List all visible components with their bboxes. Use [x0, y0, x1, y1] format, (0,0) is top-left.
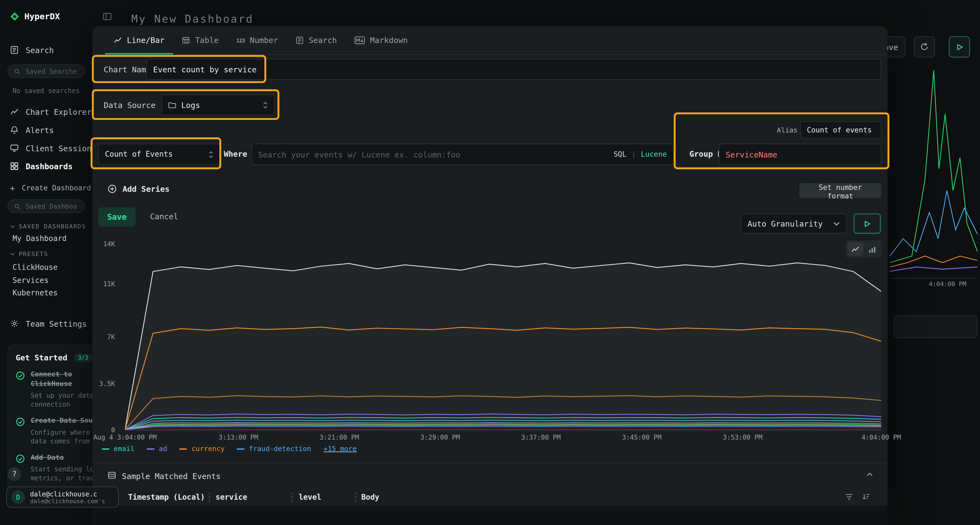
column-header-level[interactable]: level — [299, 493, 321, 501]
tab-label: Table — [195, 36, 219, 45]
column-header-timestamp[interactable]: Timestamp (Local) — [128, 493, 205, 501]
tab-table[interactable]: Table — [173, 26, 227, 54]
saved-dashboards-input[interactable] — [8, 199, 85, 213]
section-divider — [92, 463, 888, 463]
check-circle-icon — [16, 370, 25, 408]
column-header-service[interactable]: service — [216, 493, 247, 501]
filter-lines-icon — [845, 493, 853, 500]
legend-swatch — [147, 448, 154, 449]
chart-name-input[interactable] — [146, 59, 881, 80]
legend-more-link[interactable]: +15 more — [324, 445, 357, 453]
where-input[interactable]: SQL | Lucene — [251, 144, 674, 165]
help-button[interactable]: ? — [8, 467, 22, 481]
lucene-mode-toggle[interactable]: Lucene — [641, 150, 667, 159]
tab-search[interactable]: Search — [287, 26, 346, 54]
sql-mode-toggle[interactable]: SQL — [614, 150, 627, 159]
gear-icon — [10, 319, 19, 328]
plus-circle-icon — [108, 184, 117, 194]
x-axis-tick: 3:37:00 PM — [521, 433, 561, 441]
chevron-down-icon — [10, 252, 15, 256]
legend-swatch — [102, 448, 110, 449]
sidebar-item-kubernetes[interactable]: Kubernetes — [13, 289, 58, 297]
user-account-chip[interactable]: D dale@clickhouse.c dale@clickhouse.com'… — [6, 487, 119, 508]
tab-line-bar[interactable]: Line/Bar — [105, 26, 173, 54]
tab-number[interactable]: 123 Number — [227, 26, 286, 54]
data-source-select[interactable]: Logs — [161, 94, 275, 116]
x-axis-tick: 3:21:00 PM — [320, 433, 359, 441]
x-axis-tick: 3:53:00 PM — [723, 433, 762, 441]
group-by-input[interactable] — [719, 144, 881, 165]
granularity-select[interactable]: Auto Granularity — [741, 214, 847, 233]
sort-button[interactable] — [862, 493, 870, 500]
y-axis-tick: 7K — [107, 333, 115, 341]
no-saved-searches-text: No saved searches — [13, 87, 80, 94]
x-axis-tick: 3:29:00 PM — [420, 433, 460, 441]
play-icon — [956, 43, 963, 50]
check-circle-icon — [16, 416, 25, 445]
where-field[interactable] — [258, 150, 667, 159]
sidebar-item-chart-explorer[interactable]: Chart Explorer — [10, 104, 91, 119]
sidebar-item-label: Team Settings — [25, 319, 87, 328]
alias-field[interactable] — [807, 125, 874, 134]
sidebar-item-dashboards[interactable]: Dashboards — [10, 159, 73, 174]
editor-chart-svg — [125, 243, 881, 430]
x-axis: Aug 4 3:04:00 PM3:13:00 PM3:21:00 PM3:29… — [125, 433, 881, 442]
sidebar-item-label: Search — [25, 45, 54, 54]
create-dashboard-label: Create Dashboard — [22, 184, 91, 192]
cancel-button[interactable]: Cancel — [146, 211, 182, 222]
bell-icon — [10, 125, 19, 134]
tab-label: Number — [250, 36, 278, 45]
data-source-label: Data Source — [104, 101, 156, 110]
legend-item: ad — [147, 445, 167, 453]
chart-name-field[interactable] — [153, 65, 874, 74]
legend-item: email — [102, 445, 134, 453]
sidebar-item-services[interactable]: Services — [13, 276, 49, 285]
page-title: My New Dashboard — [131, 13, 253, 25]
chart-legend: emailadcurrencyfraud-detection+15 more — [102, 445, 356, 453]
column-header-body[interactable]: Body — [361, 493, 379, 501]
saved-dashboards-section-header[interactable]: SAVED DASHBOARDS — [10, 223, 86, 230]
sidebar-item-search[interactable]: Search — [10, 43, 54, 57]
sidebar-item-clickhouse[interactable]: ClickHouse — [13, 263, 58, 272]
filter-columns-button[interactable] — [845, 493, 853, 500]
collapse-section-button[interactable] — [866, 472, 873, 477]
saved-searches-field[interactable] — [24, 67, 79, 76]
aggregation-select[interactable]: Count of Events — [98, 144, 221, 165]
add-series-button[interactable]: Add Series — [108, 184, 170, 194]
panel-collapse-icon — [103, 12, 112, 21]
monitor-icon — [10, 144, 19, 152]
alias-label: Alias — [777, 126, 798, 134]
save-chart-button[interactable]: Save — [98, 207, 135, 227]
set-number-format-button[interactable]: Set number format — [799, 183, 881, 198]
app-root: HyperDX Search No saved searches Chart E… — [0, 0, 980, 525]
sidebar-item-team-settings[interactable]: Team Settings — [10, 316, 87, 331]
tab-markdown[interactable]: Markdown — [346, 26, 417, 54]
logo[interactable]: HyperDX — [10, 11, 60, 21]
create-dashboard-button[interactable]: + Create Dashboard — [10, 181, 91, 195]
grid-icon — [10, 162, 19, 171]
tab-label: Markdown — [370, 36, 407, 45]
background-chart-time-label: 4:04:00 PM — [929, 281, 966, 287]
user-email: dale@clickhouse.c — [30, 490, 114, 498]
run-query-button[interactable] — [854, 214, 881, 233]
sidebar-item-alerts[interactable]: Alerts — [10, 122, 54, 137]
chevron-down-icon — [833, 221, 840, 226]
saved-dashboards-field[interactable] — [24, 202, 79, 211]
refresh-button[interactable] — [914, 36, 935, 57]
sample-events-title: Sample Matched Events — [122, 471, 221, 481]
run-dashboard-button[interactable] — [949, 36, 970, 57]
sidebar-collapse-button[interactable] — [103, 12, 112, 21]
sort-descending-icon — [862, 493, 870, 500]
chart-plot-area — [125, 243, 881, 430]
group-by-field[interactable] — [726, 150, 874, 159]
sidebar-item-client-sessions[interactable]: Client Sessions — [10, 141, 96, 155]
legend-swatch — [237, 448, 245, 449]
sidebar-item-my-dashboard[interactable]: My Dashboard — [13, 234, 67, 243]
mode-divider: | — [632, 150, 636, 159]
column-separator — [291, 493, 293, 502]
alias-input[interactable] — [800, 121, 881, 138]
presets-section-header[interactable]: PRESETS — [10, 251, 48, 257]
add-series-label: Add Series — [123, 184, 170, 194]
saved-searches-input[interactable] — [8, 64, 85, 78]
data-source-value: Logs — [181, 100, 200, 109]
